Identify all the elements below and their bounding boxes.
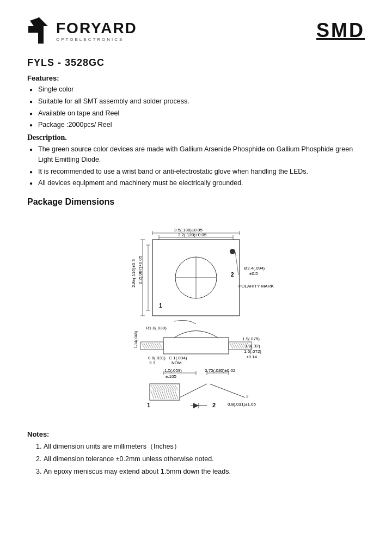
features-list: Single color Suitable for all SMT assemb… <box>27 84 365 130</box>
package-dimensions-label: Package Dimensions <box>27 197 365 207</box>
svg-text:1-14(.046): 1-14(.046) <box>134 331 138 348</box>
notes-label: Notes: <box>27 430 365 438</box>
svg-text:1.5(.059): 1.5(.059) <box>164 368 182 373</box>
svg-text:2.8±(.110)±0.5: 2.8±(.110)±0.5 <box>131 259 136 287</box>
svg-text:2: 2 <box>212 402 216 408</box>
svg-line-95 <box>210 384 245 397</box>
brand-name: FORYARD <box>56 21 137 36</box>
svg-text:2: 2 <box>246 394 249 399</box>
svg-text:0.8(.031)±1.05: 0.8(.031)±1.05 <box>228 402 256 407</box>
svg-text:0.75(.030)±0.02: 0.75(.030)±0.02 <box>205 368 236 373</box>
description-label: Description. <box>27 133 365 142</box>
svg-text:±0.5: ±0.5 <box>249 271 258 276</box>
svg-text:NOM: NOM <box>171 360 182 365</box>
notes-list: All dimension units are millimeters（Inch… <box>27 442 365 476</box>
feature-item-1: Single color <box>38 84 365 95</box>
svg-text:POLARITY MARK: POLARITY MARK <box>238 284 274 289</box>
note-item-1: All dimension units are millimeters（Inch… <box>44 442 365 452</box>
svg-text:1.9(.075): 1.9(.075) <box>242 336 260 341</box>
feature-item-4: Package :2000pcs/ Reel <box>38 120 365 130</box>
desc-item-1: The green source color devices are made … <box>38 144 365 165</box>
svg-text:2: 2 <box>231 272 234 278</box>
svg-point-6 <box>230 249 235 254</box>
part-number: FYLS - 3528GC <box>27 57 365 69</box>
svg-text:1: 1 <box>159 303 162 309</box>
logo-text: FORYARD OPTOELECTRONICS <box>56 21 137 42</box>
svg-text:R1.0(.039): R1.0(.039) <box>146 326 167 330</box>
logo-container: FORYARD OPTOELECTRONICS <box>27 16 137 46</box>
svg-text:3.2(.120)+0.05: 3.2(.120)+0.05 <box>178 232 207 237</box>
desc-item-3: All devices equipment and machinery must… <box>38 178 365 188</box>
diagram-container: 1 2 POLARITY MARK 3.5(.138)±0.05 3.2(.12… <box>27 212 365 419</box>
svg-text:Ø2.4(.094): Ø2.4(.094) <box>244 266 265 271</box>
desc-item-2: It is recommended to use a wrist band or… <box>38 167 365 177</box>
features-label: Features: <box>27 74 365 82</box>
svg-text:±0.14: ±0.14 <box>246 354 258 359</box>
svg-marker-100 <box>193 403 199 408</box>
svg-text:3 3: 3 3 <box>149 360 156 365</box>
brand-sub: OPTOELECTRONICS <box>56 37 137 42</box>
note-item-2: All dimension tolerance ±0.2mm unless ot… <box>44 454 365 464</box>
svg-text:±.105: ±.105 <box>166 374 177 379</box>
feature-item-3: Available on tape and Reel <box>38 108 365 119</box>
logo-icon <box>27 16 52 46</box>
package-diagram: 1 2 POLARITY MARK 3.5(.138)±0.05 3.2(.12… <box>98 212 294 419</box>
note-item-3: An epoxy meniscus may extend about 1.5mm… <box>44 467 365 477</box>
svg-line-94 <box>180 384 207 397</box>
description-list: The green source color devices are made … <box>27 144 365 188</box>
page-header: FORYARD OPTOELECTRONICS SMD <box>27 16 365 46</box>
svg-text:C 1(.004): C 1(.004) <box>169 356 187 360</box>
feature-item-2: Suitable for all SMT assembly and solder… <box>38 96 365 107</box>
svg-text:1: 1 <box>147 402 150 408</box>
smd-label: SMD <box>316 16 365 42</box>
svg-text:3.5(.138)±0.05: 3.5(.138)±0.05 <box>174 228 203 232</box>
svg-text:1.0(.32): 1.0(.32) <box>245 344 260 348</box>
svg-rect-30 <box>163 338 229 354</box>
svg-text:1.6(.072): 1.6(.072) <box>244 349 261 354</box>
svg-text:2.2(.087)+0.05: 2.2(.087)+0.05 <box>138 255 143 284</box>
svg-text:0.8(.031): 0.8(.031) <box>148 356 166 360</box>
svg-line-10 <box>235 252 238 275</box>
